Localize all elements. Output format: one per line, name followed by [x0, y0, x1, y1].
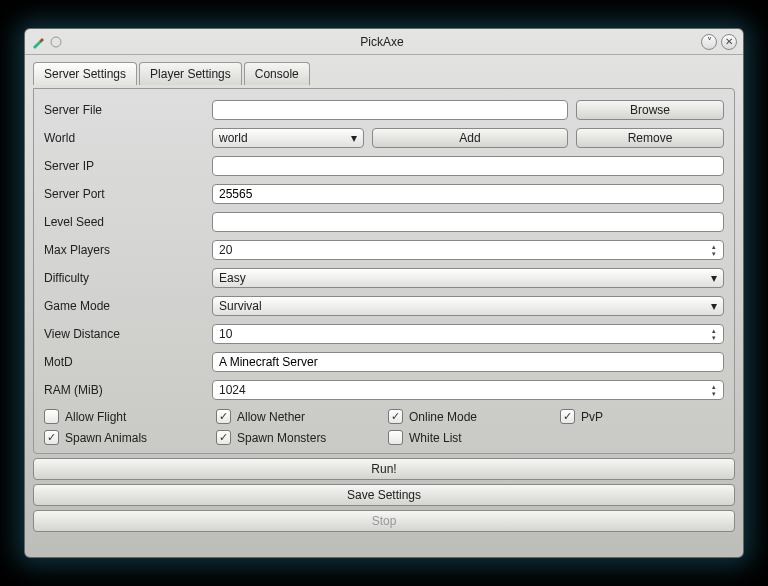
spawn-animals-checkbox[interactable]: ✓ Spawn Animals	[44, 430, 206, 445]
server-ip-label: Server IP	[44, 159, 204, 173]
spinner-arrows-icon[interactable]: ▴▾	[708, 382, 720, 398]
checkbox-icon: ✓	[216, 409, 231, 424]
checkbox-icon: ✓	[44, 430, 59, 445]
browse-button[interactable]: Browse	[576, 100, 724, 120]
checkbox-icon	[44, 409, 59, 424]
tab-label: Player Settings	[150, 67, 231, 81]
max-players-spinner[interactable]: 20 ▴▾	[212, 240, 724, 260]
view-distance-spinner[interactable]: 10 ▴▾	[212, 324, 724, 344]
pvp-checkbox[interactable]: ✓ PvP	[560, 409, 722, 424]
app-icon	[31, 35, 45, 49]
level-seed-input[interactable]	[212, 212, 724, 232]
tab-bar: Server Settings Player Settings Console	[33, 61, 735, 84]
online-mode-checkbox[interactable]: ✓ Online Mode	[388, 409, 550, 424]
save-settings-button[interactable]: Save Settings	[33, 484, 735, 506]
allow-flight-checkbox[interactable]: Allow Flight	[44, 409, 206, 424]
tab-player-settings[interactable]: Player Settings	[139, 62, 242, 85]
difficulty-label: Difficulty	[44, 271, 204, 285]
svg-point-0	[51, 37, 61, 47]
world-label: World	[44, 131, 204, 145]
close-button[interactable]: ✕	[721, 34, 737, 50]
motd-input[interactable]	[212, 352, 724, 372]
server-port-input[interactable]	[212, 184, 724, 204]
window-ornament-icon	[49, 35, 63, 49]
chevron-down-icon: ▾	[711, 299, 717, 313]
ram-label: RAM (MiB)	[44, 383, 204, 397]
tab-label: Server Settings	[44, 67, 126, 81]
tab-server-settings[interactable]: Server Settings	[33, 62, 137, 85]
run-button[interactable]: Run!	[33, 458, 735, 480]
level-seed-label: Level Seed	[44, 215, 204, 229]
allow-nether-checkbox[interactable]: ✓ Allow Nether	[216, 409, 378, 424]
titlebar: PickAxe ˅ ✕	[25, 29, 743, 55]
checkbox-icon	[388, 430, 403, 445]
chevron-down-icon: ▾	[711, 271, 717, 285]
checkbox-icon: ✓	[216, 430, 231, 445]
app-window: PickAxe ˅ ✕ Server Settings Player Setti…	[24, 28, 744, 558]
server-file-input[interactable]	[212, 100, 568, 120]
world-select[interactable]: world ▾	[212, 128, 364, 148]
difficulty-select[interactable]: Easy ▾	[212, 268, 724, 288]
spawn-monsters-checkbox[interactable]: ✓ Spawn Monsters	[216, 430, 378, 445]
tab-console[interactable]: Console	[244, 62, 310, 85]
add-world-button[interactable]: Add	[372, 128, 568, 148]
minimize-button[interactable]: ˅	[701, 34, 717, 50]
view-distance-label: View Distance	[44, 327, 204, 341]
content-area: Server Settings Player Settings Console …	[25, 55, 743, 557]
server-file-label: Server File	[44, 103, 204, 117]
window-title: PickAxe	[67, 35, 697, 49]
server-settings-page: Server File Browse World world ▾ Add Rem…	[33, 88, 735, 454]
motd-label: MotD	[44, 355, 204, 369]
game-mode-label: Game Mode	[44, 299, 204, 313]
stop-button[interactable]: Stop	[33, 510, 735, 532]
max-players-label: Max Players	[44, 243, 204, 257]
tab-label: Console	[255, 67, 299, 81]
white-list-checkbox[interactable]: White List	[388, 430, 550, 445]
checkbox-icon: ✓	[388, 409, 403, 424]
remove-world-button[interactable]: Remove	[576, 128, 724, 148]
spinner-arrows-icon[interactable]: ▴▾	[708, 326, 720, 342]
server-port-label: Server Port	[44, 187, 204, 201]
chevron-down-icon: ▾	[351, 131, 357, 145]
ram-spinner[interactable]: 1024 ▴▾	[212, 380, 724, 400]
game-mode-select[interactable]: Survival ▾	[212, 296, 724, 316]
server-ip-input[interactable]	[212, 156, 724, 176]
checkbox-icon: ✓	[560, 409, 575, 424]
spinner-arrows-icon[interactable]: ▴▾	[708, 242, 720, 258]
